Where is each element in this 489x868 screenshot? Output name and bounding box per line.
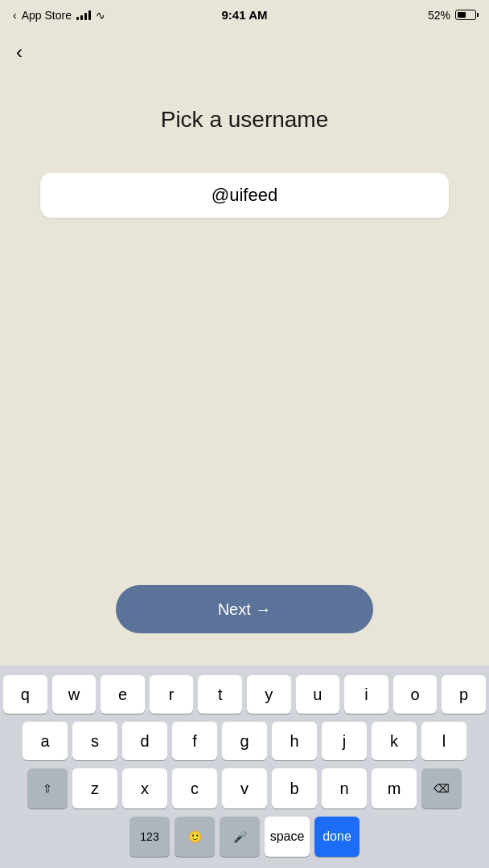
key-v[interactable]: v (222, 768, 267, 809)
carrier-name: App Store (22, 9, 72, 22)
keyboard-row-3: ⇧ z x c v b n m ⌫ (3, 768, 486, 809)
main-content: ‹ Pick a username Next → (0, 30, 489, 665)
numbers-key[interactable]: 123 (129, 817, 170, 857)
carrier-info: ‹ App Store ∿ (13, 9, 105, 22)
keyboard-row-1: q w e r t y u i o p (3, 675, 486, 714)
key-g[interactable]: g (222, 722, 267, 760)
username-input[interactable] (40, 173, 449, 218)
key-p[interactable]: p (442, 675, 486, 714)
key-i[interactable]: i (344, 675, 388, 714)
key-u[interactable]: u (296, 675, 340, 714)
wifi-icon: ∿ (96, 9, 105, 22)
key-b[interactable]: b (272, 768, 317, 809)
next-button-container: Next → (0, 218, 489, 665)
next-button[interactable]: Next → (116, 585, 373, 633)
battery-percentage: 52% (428, 9, 450, 22)
next-button-label: Next → (218, 600, 272, 619)
key-a[interactable]: a (23, 722, 68, 760)
key-n[interactable]: n (322, 768, 367, 809)
key-r[interactable]: r (150, 675, 194, 714)
key-c[interactable]: c (172, 768, 217, 809)
back-carrier-arrow: ‹ (13, 9, 17, 22)
keyboard: q w e r t y u i o p a s d f g h j k l ⇧ … (0, 665, 489, 868)
key-k[interactable]: k (372, 722, 417, 760)
space-key-label: space (270, 829, 305, 844)
signal-bars-icon (76, 10, 91, 20)
input-container (0, 173, 489, 218)
battery-icon (455, 10, 476, 20)
key-y[interactable]: y (247, 675, 291, 714)
keyboard-row-2: a s d f g h j k l (3, 722, 486, 760)
shift-key[interactable]: ⇧ (27, 768, 68, 809)
key-t[interactable]: t (198, 675, 242, 714)
back-button[interactable]: ‹ (0, 30, 489, 75)
key-h[interactable]: h (272, 722, 317, 760)
backspace-key[interactable]: ⌫ (421, 768, 462, 809)
key-o[interactable]: o (393, 675, 438, 714)
key-x[interactable]: x (122, 768, 167, 809)
key-z[interactable]: z (72, 768, 117, 809)
key-m[interactable]: m (372, 768, 417, 809)
done-key-label: done (323, 829, 351, 844)
key-w[interactable]: w (52, 675, 97, 714)
key-s[interactable]: s (72, 722, 117, 760)
battery-info: 52% (428, 9, 476, 22)
page-title: Pick a username (0, 107, 489, 133)
key-q[interactable]: q (3, 675, 47, 714)
done-key[interactable]: done (314, 817, 360, 857)
key-d[interactable]: d (122, 722, 167, 760)
key-f[interactable]: f (172, 722, 217, 760)
key-e[interactable]: e (101, 675, 145, 714)
microphone-key[interactable]: 🎤 (220, 817, 260, 857)
back-chevron-icon: ‹ (16, 41, 23, 63)
status-time: 9:41 AM (222, 8, 268, 22)
numbers-key-label: 123 (140, 830, 158, 843)
space-key[interactable]: space (265, 817, 310, 857)
status-bar: ‹ App Store ∿ 9:41 AM 52% (0, 0, 489, 30)
key-j[interactable]: j (322, 722, 367, 760)
keyboard-bottom-row: 123 🙂 🎤 space done (3, 817, 486, 857)
emoji-key[interactable]: 🙂 (175, 817, 215, 857)
key-l[interactable]: l (421, 722, 466, 760)
